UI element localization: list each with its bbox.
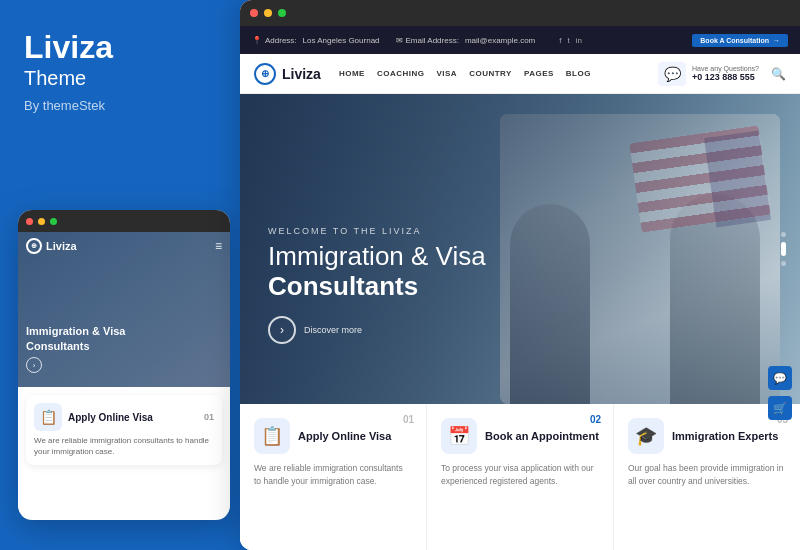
nav-logo: ⊕ Liviza	[254, 63, 321, 85]
brand-subtitle: Theme	[24, 67, 224, 90]
nav-coaching[interactable]: COACHING	[377, 69, 425, 78]
addr-email: ✉ Email Address: mail@example.com	[396, 36, 536, 45]
desktop-addr-bar: 📍 Address: Los Angeles Gournad ✉ Email A…	[240, 26, 800, 54]
card-2-title: Book an Appointment	[485, 430, 599, 442]
brand-title: Liviza	[24, 30, 224, 65]
discover-button[interactable]: ›	[268, 316, 296, 344]
mobile-hero-text: Immigration & Visa Consultants ›	[26, 324, 125, 373]
arrow-icon: →	[773, 37, 780, 44]
discover-label: Discover more	[304, 325, 362, 335]
hero-dot-3[interactable]	[781, 261, 786, 266]
hero-dot-2[interactable]	[781, 242, 786, 256]
desktop-card-3: 03 🎓 Immigration Experts Our goal has be…	[614, 404, 800, 550]
mobile-hero: ⊕ Liviza ≡ Immigration & Visa Consultant…	[18, 232, 230, 387]
nav-globe-icon: ⊕	[254, 63, 276, 85]
hero-dot-1[interactable]	[781, 232, 786, 237]
desktop-top-bar	[240, 0, 800, 26]
card-2-num: 02	[590, 414, 601, 425]
hero-content: WELCOME TO THE LIVIZA Immigration & Visa…	[268, 226, 486, 344]
mobile-globe-icon: ⊕	[26, 238, 42, 254]
brand-by: By themeStek	[24, 98, 224, 113]
search-icon[interactable]: 🔍	[771, 67, 786, 81]
desktop-card-1: 01 📋 Apply Online Visa We are reliable i…	[240, 404, 427, 550]
float-chat-icon[interactable]: 💬	[768, 366, 792, 390]
mobile-nav: ⊕ Liviza ≡	[18, 232, 230, 260]
email-icon: ✉	[396, 36, 403, 45]
facebook-icon[interactable]: f	[559, 36, 561, 45]
float-cart-icon[interactable]: 🛒	[768, 396, 792, 420]
linkedin-icon[interactable]: in	[576, 36, 582, 45]
mobile-dot-yellow	[38, 218, 45, 225]
nav-right: 💬 Have any Questions? +0 123 888 555 🔍	[658, 62, 786, 86]
desktop-card-2: 02 📅 Book an Appointment To process your…	[427, 404, 614, 550]
twitter-icon[interactable]: t	[568, 36, 570, 45]
hero-title: Immigration & Visa Consultants	[268, 242, 486, 302]
card-2-top: 📅 Book an Appointment	[441, 418, 599, 454]
card-1-title: Apply Online Visa	[298, 430, 391, 442]
card-3-title: Immigration Experts	[672, 430, 778, 442]
nav-country[interactable]: COUNTRY	[469, 69, 512, 78]
card-3-desc: Our goal has been provide immigration in…	[628, 462, 786, 488]
nav-contact: 💬 Have any Questions? +0 123 888 555	[658, 62, 759, 86]
mobile-card-header: 📋 Apply Online Visa 01	[34, 403, 214, 431]
mobile-card: 📋 Apply Online Visa 01 We are reliable i…	[26, 395, 222, 465]
mobile-discover-btn[interactable]: ›	[26, 357, 42, 373]
mobile-card-desc: We are reliable immigration consultants …	[34, 435, 214, 457]
card-2-icon: 📅	[441, 418, 477, 454]
desktop-dot-red	[250, 9, 258, 17]
left-panel: Liviza Theme By themeStek ⊕ Liviza ≡ Imm…	[0, 0, 248, 550]
location-icon: 📍	[252, 36, 262, 45]
mobile-logo: ⊕ Liviza	[26, 238, 77, 254]
mobile-mockup: ⊕ Liviza ≡ Immigration & Visa Consultant…	[18, 210, 230, 520]
nav-contact-text: Have any Questions? +0 123 888 555	[692, 65, 759, 82]
hero-subtitle: WELCOME TO THE LIVIZA	[268, 226, 486, 236]
mobile-card-title: Apply Online Visa	[68, 412, 153, 423]
mobile-dot-green	[50, 218, 57, 225]
desktop-dot-yellow	[264, 9, 272, 17]
hero-discover: › Discover more	[268, 316, 486, 344]
card-3-icon: 🎓	[628, 418, 664, 454]
chat-icon: 💬	[658, 62, 686, 86]
hero-dot-nav	[781, 232, 786, 266]
nav-home[interactable]: HOME	[339, 69, 365, 78]
desktop-cards: 01 📋 Apply Online Visa We are reliable i…	[240, 404, 800, 550]
card-1-top: 📋 Apply Online Visa	[254, 418, 412, 454]
nav-visa[interactable]: VISA	[436, 69, 457, 78]
mobile-card-num: 01	[204, 412, 214, 422]
mobile-top-bar	[18, 210, 230, 232]
addr-address: 📍 Address: Los Angeles Gournad	[252, 36, 380, 45]
mobile-dot-red	[26, 218, 33, 225]
nav-blog[interactable]: BLOG	[566, 69, 591, 78]
nav-pages[interactable]: PAGES	[524, 69, 554, 78]
card-2-desc: To process your visa application with ou…	[441, 462, 599, 488]
card-1-desc: We are reliable immigration consultants …	[254, 462, 412, 488]
mobile-card-icon: 📋	[34, 403, 62, 431]
desktop-dot-green	[278, 9, 286, 17]
card-3-top: 🎓 Immigration Experts	[628, 418, 786, 454]
desktop-float-icons: 💬 🛒	[768, 366, 792, 420]
card-1-num: 01	[403, 414, 414, 425]
book-consultation-button[interactable]: Book A Consultation →	[692, 34, 788, 47]
desktop-nav: ⊕ Liviza HOME COACHING VISA COUNTRY PAGE…	[240, 54, 800, 94]
mobile-hamburger-icon[interactable]: ≡	[215, 239, 222, 253]
desktop-hero: WELCOME TO THE LIVIZA Immigration & Visa…	[240, 94, 800, 404]
mobile-card-left: 📋 Apply Online Visa	[34, 403, 153, 431]
card-1-icon: 📋	[254, 418, 290, 454]
nav-links: HOME COACHING VISA COUNTRY PAGES BLOG	[339, 69, 591, 78]
desktop-mockup: 📍 Address: Los Angeles Gournad ✉ Email A…	[240, 0, 800, 550]
